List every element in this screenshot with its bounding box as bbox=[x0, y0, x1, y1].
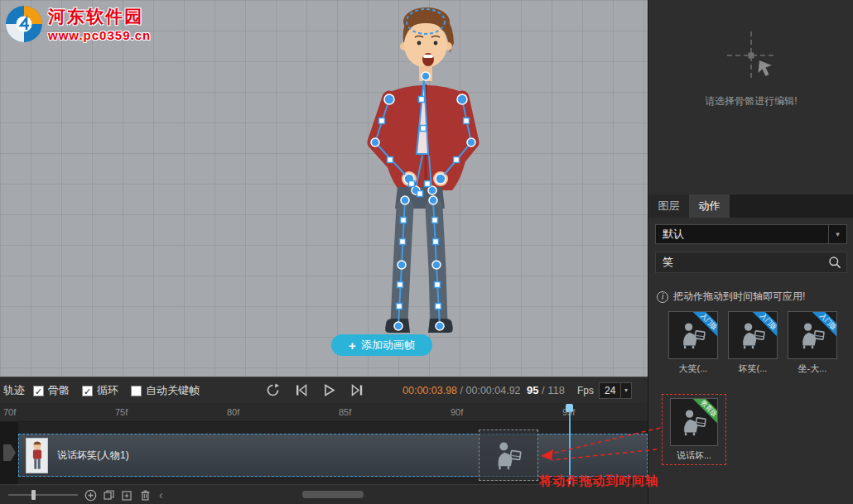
right-panel: 请选择骨骼进行编辑! 图层 动作 默认 ▾ i 把动作拖动到时间轴即可应用! bbox=[648, 0, 853, 504]
category-dropdown[interactable]: 默认 ▾ bbox=[655, 224, 847, 244]
action-label: 坏笑(... bbox=[728, 362, 778, 375]
bone-edit-hint: 请选择骨骼进行编辑! bbox=[648, 0, 853, 194]
loop-playback-button[interactable] bbox=[265, 383, 280, 398]
stage-canvas[interactable]: 河东软件园 www.pc0359.cn bbox=[0, 0, 648, 377]
track-label: 说话坏笑(人物1) bbox=[57, 434, 129, 476]
chevron-down-icon[interactable]: ▾ bbox=[620, 383, 631, 398]
action-grid: 入门版 大笑(... 入门版 坏笑(... 入门版 坐-大... bbox=[668, 311, 837, 375]
tab-actions[interactable]: 动作 bbox=[689, 194, 730, 218]
action-item-talk-smirk-selected[interactable]: 教育版 说话坏... bbox=[662, 394, 726, 465]
ruler-tick: 90f bbox=[451, 407, 463, 417]
plus-icon: + bbox=[349, 338, 356, 353]
time-separator: / bbox=[460, 385, 463, 396]
action-item-laugh[interactable]: 入门版 大笑(... bbox=[668, 311, 718, 375]
ruler-tick: 80f bbox=[227, 407, 239, 417]
action-label: 说话坏... bbox=[669, 449, 719, 462]
crosshair-icon bbox=[722, 26, 780, 84]
add-frame-label: 添加动画帧 bbox=[361, 338, 415, 353]
action-thumbnail[interactable]: 教育版 bbox=[670, 398, 718, 446]
ruler-tick: 75f bbox=[115, 407, 128, 417]
step-forward-icon bbox=[350, 383, 364, 397]
timeline-toolbar: 轨迹 ✓ 骨骼 ✓ 循环 自动关键帧 bbox=[0, 377, 648, 403]
tab-layers[interactable]: 图层 bbox=[648, 194, 689, 218]
fps-label: Fps bbox=[577, 377, 594, 404]
checkbox-box[interactable]: ✓ bbox=[33, 386, 44, 396]
add-frame-button-small[interactable] bbox=[121, 489, 133, 502]
zoom-in-button[interactable] bbox=[84, 489, 97, 502]
search-input[interactable] bbox=[656, 257, 828, 269]
search-icon[interactable] bbox=[828, 256, 841, 269]
trash-icon bbox=[139, 489, 152, 502]
drag-tip: i 把动作拖动到时间轴即可应用! bbox=[657, 290, 805, 304]
timeline-track-item[interactable]: 说话坏笑(人物1) bbox=[18, 434, 648, 477]
time-display: 00:00:03.98 / 00:00:04.92 bbox=[402, 377, 521, 404]
fps-dropdown[interactable]: 24 ▾ bbox=[599, 382, 632, 399]
action-label: 坐-大... bbox=[788, 362, 837, 375]
duplicate-frame-button[interactable] bbox=[103, 489, 115, 502]
playhead-line bbox=[569, 411, 571, 484]
character-figure[interactable] bbox=[0, 0, 648, 377]
hint-text: 请选择骨骼进行编辑! bbox=[648, 94, 853, 108]
checkbox-auto-keyframe[interactable]: 自动关键帧 bbox=[131, 377, 200, 404]
action-search[interactable] bbox=[655, 252, 847, 273]
category-value: 默认 bbox=[663, 228, 684, 240]
checkbox-box[interactable]: ✓ bbox=[82, 386, 93, 396]
time-current: 00:00:03.98 bbox=[402, 385, 457, 396]
action-thumbnail[interactable]: 入门版 bbox=[728, 311, 778, 359]
step-back-button[interactable] bbox=[293, 383, 308, 398]
person-reading-icon bbox=[678, 320, 708, 350]
person-reading-icon bbox=[493, 439, 524, 471]
delete-frame-button[interactable] bbox=[139, 489, 152, 502]
horizontal-scrollbar-thumb[interactable] bbox=[302, 491, 364, 498]
action-thumbnail[interactable]: 入门版 bbox=[788, 311, 837, 359]
play-button[interactable] bbox=[321, 383, 336, 398]
checkbox-loop[interactable]: ✓ 循环 bbox=[82, 377, 118, 404]
fps-value: 24 bbox=[605, 385, 615, 396]
ruler-tick: 85f bbox=[339, 407, 351, 417]
frame-current: 95 bbox=[527, 384, 538, 396]
info-icon: i bbox=[657, 291, 668, 303]
timeline-bottom-bar: ‹ bbox=[0, 484, 648, 504]
timeline-tracks[interactable]: 说话坏笑(人物1) bbox=[0, 422, 648, 484]
app-window: 河东软件园 www.pc0359.cn bbox=[0, 0, 853, 504]
character-art bbox=[374, 7, 472, 333]
left-column: 河东软件园 www.pc0359.cn bbox=[0, 0, 648, 504]
action-item-sit-laugh[interactable]: 入门版 坐-大... bbox=[788, 311, 837, 375]
person-reading-icon bbox=[738, 320, 768, 350]
zoom-slider[interactable] bbox=[8, 494, 78, 496]
action-thumbnail[interactable]: 入门版 bbox=[668, 311, 718, 359]
play-icon bbox=[322, 383, 336, 397]
panel-tabs: 图层 动作 bbox=[648, 194, 853, 218]
timeline-ruler[interactable]: 70f 75f 80f 85f 90f 95f bbox=[0, 403, 648, 422]
step-back-icon bbox=[294, 383, 308, 397]
action-label: 大笑(... bbox=[668, 362, 718, 375]
checkbox-label: 骨骼 bbox=[48, 383, 70, 398]
track-side-strip bbox=[0, 422, 18, 484]
time-total: 00:00:04.92 bbox=[466, 385, 521, 396]
track-handle-icon[interactable] bbox=[0, 422, 18, 484]
person-reading-icon bbox=[679, 407, 709, 437]
step-forward-button[interactable] bbox=[349, 383, 364, 398]
action-item-smirk[interactable]: 入门版 坏笑(... bbox=[728, 311, 778, 375]
playhead[interactable] bbox=[566, 404, 573, 484]
zoom-slider-knob[interactable] bbox=[31, 490, 36, 500]
track-button[interactable]: 轨迹 bbox=[3, 377, 25, 404]
track-thumbnail bbox=[26, 438, 48, 473]
add-animation-frame-button[interactable]: + 添加动画帧 bbox=[331, 334, 432, 356]
checkbox-label: 循环 bbox=[97, 383, 118, 398]
frame-total: / 118 bbox=[542, 384, 565, 396]
ruler-tick: 70f bbox=[3, 407, 16, 417]
dragged-action-ghost[interactable] bbox=[479, 430, 538, 481]
frame-plus-icon bbox=[121, 489, 133, 502]
character-thumb-icon bbox=[27, 439, 47, 473]
loop-icon bbox=[266, 383, 280, 397]
checkbox-label: 自动关键帧 bbox=[146, 383, 200, 398]
tip-text: 把动作拖动到时间轴即可应用! bbox=[673, 290, 805, 304]
person-reading-icon bbox=[798, 320, 827, 350]
plus-circle-icon bbox=[84, 489, 97, 502]
checkbox-box[interactable] bbox=[131, 386, 142, 396]
chevron-down-icon[interactable]: ▾ bbox=[828, 225, 846, 243]
frames-icon bbox=[103, 489, 115, 502]
checkbox-bones[interactable]: ✓ 骨骼 bbox=[33, 377, 70, 404]
scroll-left-icon[interactable]: ‹ bbox=[159, 485, 163, 504]
